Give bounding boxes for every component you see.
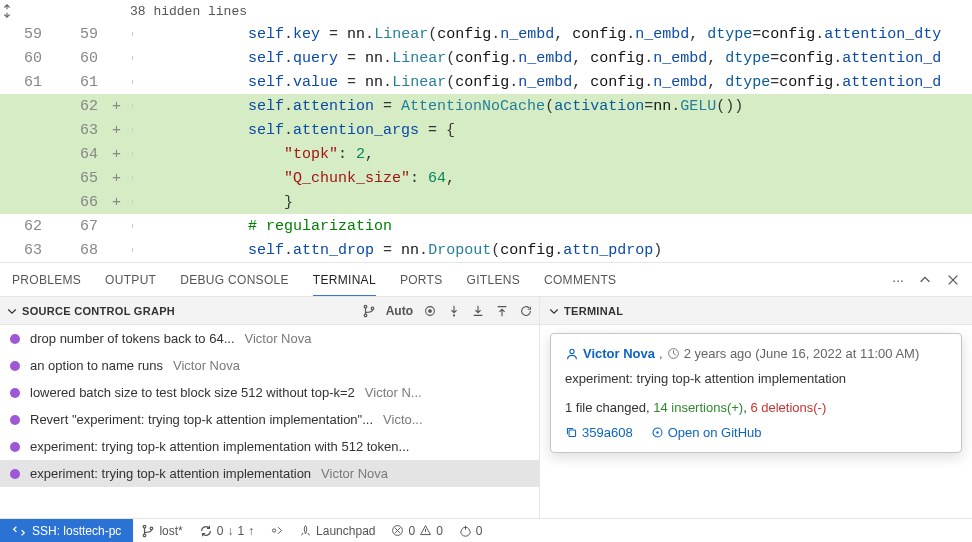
commit-stats: 1 file changed, 14 insertions(+), 6 dele… <box>565 400 947 415</box>
terminal-column: TERMINAL Victor Nova, 2 years ago (June … <box>540 297 972 518</box>
commit-author[interactable]: Victor Nova <box>583 346 655 361</box>
source-control-graph-view: SOURCE CONTROL GRAPH Auto drop number of… <box>0 297 540 518</box>
commit-row-message: Revert "experiment: trying top-k attenti… <box>30 412 373 427</box>
scg-title: SOURCE CONTROL GRAPH <box>22 305 362 317</box>
refresh-icon[interactable] <box>519 304 533 318</box>
commit-message: experiment: trying top-k attention imple… <box>565 371 947 386</box>
svg-point-1 <box>364 314 367 317</box>
status-bar: SSH: losttech-pc lost* 0↓ 1↑ Launchpad 0… <box>0 518 972 542</box>
commit-row-message: drop number of tokens back to 64... <box>30 331 235 346</box>
diff-editor[interactable]: 38 hidden lines 5959 self.key = nn.Linea… <box>0 0 972 263</box>
sync-status[interactable]: 0↓ 1↑ <box>191 519 262 542</box>
scg-header[interactable]: SOURCE CONTROL GRAPH Auto <box>0 297 539 325</box>
push-icon[interactable] <box>495 304 509 318</box>
graph-node-icon <box>10 361 20 371</box>
terminal-header[interactable]: TERMINAL <box>540 297 972 325</box>
svg-point-14 <box>273 529 276 532</box>
commit-row-author: Victor N... <box>365 385 422 400</box>
graph-node-icon <box>10 442 20 452</box>
tab-debug-console[interactable]: DEBUG CONSOLE <box>180 273 289 287</box>
problems-status[interactable]: 0 0 <box>383 519 450 542</box>
svg-rect-8 <box>569 430 576 437</box>
folded-region[interactable]: 38 hidden lines <box>0 0 972 22</box>
commit-row-message: experiment: trying top-k attention imple… <box>30 466 311 481</box>
code-content: self.key = nn.Linear(config.n_embd, conf… <box>140 26 941 43</box>
line-number-old: 61 <box>0 74 56 91</box>
code-line[interactable]: 64+ "topk": 2, <box>0 142 972 166</box>
branch-icon[interactable] <box>362 304 376 318</box>
code-line[interactable]: 63+ self.attention_args = { <box>0 118 972 142</box>
svg-point-11 <box>144 525 147 528</box>
tab-output[interactable]: OUTPUT <box>105 273 156 287</box>
panel: PROBLEMS OUTPUT DEBUG CONSOLE TERMINAL P… <box>0 263 972 518</box>
commit-list[interactable]: drop number of tokens back to 64...Victo… <box>0 325 539 518</box>
close-icon[interactable] <box>946 273 960 287</box>
svg-point-0 <box>364 305 367 308</box>
tab-problems[interactable]: PROBLEMS <box>12 273 81 287</box>
launchpad-button[interactable]: Launchpad <box>291 519 383 542</box>
code-line[interactable]: 66+ } <box>0 190 972 214</box>
unfold-icon <box>0 4 72 18</box>
code-line[interactable]: 65+ "Q_chunk_size": 64, <box>0 166 972 190</box>
copy-sha-button[interactable]: 359a608 <box>565 425 633 440</box>
tab-comments[interactable]: COMMENTS <box>544 273 616 287</box>
target-icon[interactable] <box>423 304 437 318</box>
code-line[interactable]: 6060 self.query = nn.Linear(config.n_emb… <box>0 46 972 70</box>
diff-marker: + <box>112 194 130 211</box>
code-content: } <box>140 194 293 211</box>
commit-row[interactable]: an option to name runsVictor Nova <box>0 352 539 379</box>
commit-row-message: an option to name runs <box>30 358 163 373</box>
line-number-old: 60 <box>0 50 56 67</box>
auto-label[interactable]: Auto <box>386 304 413 318</box>
code-line[interactable]: 5959 self.key = nn.Linear(config.n_embd,… <box>0 22 972 46</box>
code-content: self.query = nn.Linear(config.n_embd, co… <box>140 50 941 67</box>
tab-terminal[interactable]: TERMINAL <box>313 273 376 296</box>
commit-hover-card: Victor Nova, 2 years ago (June 16, 2022 … <box>550 333 962 453</box>
line-number-new: 60 <box>56 50 112 67</box>
code-line[interactable]: 6368 self.attn_drop = nn.Dropout(config.… <box>0 238 972 262</box>
graph-node-icon <box>10 388 20 398</box>
code-line[interactable]: 62+ self.attention = AttentionNoCache(ac… <box>0 94 972 118</box>
code-line[interactable]: 6267 # regularization <box>0 214 972 238</box>
commit-row[interactable]: lowered batch size to test block size 51… <box>0 379 539 406</box>
commit-date: 2 years ago (June 16, 2022 at 11:00 AM) <box>684 346 920 361</box>
commit-row[interactable]: Revert "experiment: trying top-k attenti… <box>0 406 539 433</box>
line-number-old: 59 <box>0 26 56 43</box>
branch-status[interactable]: lost* <box>133 519 190 542</box>
diff-marker: + <box>112 98 130 115</box>
commit-row[interactable]: experiment: trying top-k attention imple… <box>0 433 539 460</box>
line-number-new: 67 <box>56 218 112 235</box>
gitlens-indicator[interactable] <box>262 519 291 542</box>
fetch-icon[interactable] <box>447 304 461 318</box>
tab-gitlens[interactable]: GITLENS <box>467 273 520 287</box>
commit-row[interactable]: drop number of tokens back to 64...Victo… <box>0 325 539 352</box>
commit-row-author: Victor Nova <box>173 358 240 373</box>
panel-tabbar: PROBLEMS OUTPUT DEBUG CONSOLE TERMINAL P… <box>0 263 972 297</box>
code-content: self.attention_args = { <box>140 122 455 139</box>
svg-point-13 <box>151 527 154 530</box>
svg-point-4 <box>429 309 432 312</box>
chevron-down-icon <box>548 305 560 317</box>
code-content: "topk": 2, <box>140 146 374 163</box>
diff-marker: + <box>112 146 130 163</box>
folded-label: 38 hidden lines <box>72 4 247 19</box>
code-line[interactable]: 6161 self.value = nn.Linear(config.n_emb… <box>0 70 972 94</box>
code-content: # regularization <box>140 218 392 235</box>
line-number-old: 62 <box>0 218 56 235</box>
commit-row-message: experiment: trying top-k attention imple… <box>30 439 409 454</box>
clock-icon <box>667 347 680 360</box>
ports-status[interactable]: 0 <box>451 519 491 542</box>
more-icon[interactable]: ··· <box>892 272 904 288</box>
chevron-up-icon[interactable] <box>918 273 932 287</box>
open-on-github-button[interactable]: Open on GitHub <box>651 425 762 440</box>
commit-row-author: Victor Nova <box>245 331 312 346</box>
tab-ports[interactable]: PORTS <box>400 273 443 287</box>
remote-indicator[interactable]: SSH: losttech-pc <box>0 519 133 542</box>
commit-row-author: Victor Nova <box>321 466 388 481</box>
line-number-new: 59 <box>56 26 112 43</box>
code-content: self.value = nn.Linear(config.n_embd, co… <box>140 74 941 91</box>
pull-icon[interactable] <box>471 304 485 318</box>
commit-row-author: Victo... <box>383 412 423 427</box>
user-icon <box>565 347 579 361</box>
commit-row[interactable]: experiment: trying top-k attention imple… <box>0 460 539 487</box>
